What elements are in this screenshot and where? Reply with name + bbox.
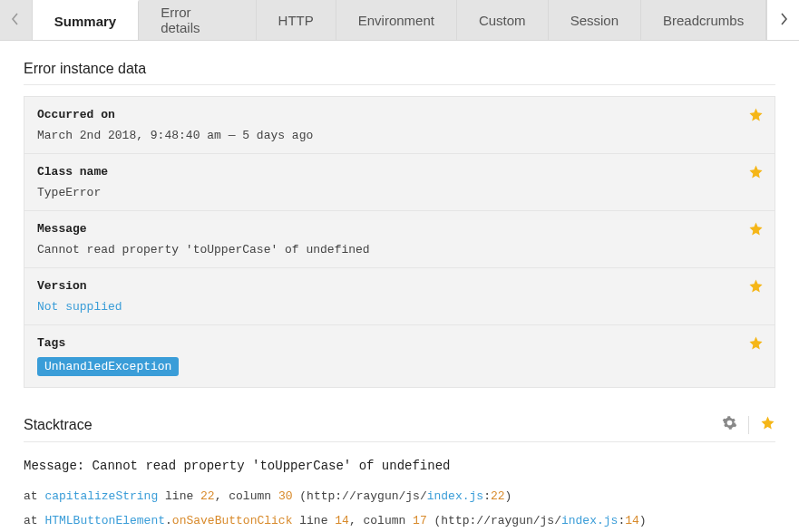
chevron-right-icon <box>779 13 788 28</box>
data-label: Occurred on <box>37 108 762 121</box>
error-data-panels: Occurred on March 2nd 2018, 9:48:40 am —… <box>24 96 775 388</box>
tab-error-details[interactable]: Error details <box>139 0 256 40</box>
star-icon[interactable] <box>748 164 764 182</box>
version-value-link[interactable]: Not supplied <box>37 300 762 314</box>
section-title: Stacktrace <box>24 417 93 433</box>
stacktrace-actions <box>722 415 775 434</box>
tab-label: HTTP <box>278 13 314 28</box>
gear-icon[interactable] <box>722 415 737 434</box>
data-label: Message <box>37 222 762 236</box>
tag-pill[interactable]: UnhandledException <box>37 357 179 376</box>
trace-col-num: 17 <box>413 514 427 527</box>
star-icon[interactable] <box>760 415 775 434</box>
panel-occurred-on: Occurred on March 2nd 2018, 9:48:40 am —… <box>24 96 775 154</box>
tab-session[interactable]: Session <box>549 0 641 40</box>
tab-label: Error details <box>161 5 233 35</box>
star-icon[interactable] <box>748 221 764 239</box>
data-value: TypeError <box>37 186 762 199</box>
panel-tags: Tags UnhandledException <box>24 325 775 388</box>
stacktrace-frame: at capitalizeString line 22, column 30 (… <box>24 489 775 503</box>
stacktrace-frame: at HTMLButtonElement.onSaveButtonClick l… <box>24 514 775 527</box>
panel-version: Version Not supplied <box>24 268 775 325</box>
panel-class-name: Class name TypeError <box>24 154 775 211</box>
trace-file: index.js <box>561 514 618 527</box>
panel-message: Message Cannot read property 'toUpperCas… <box>24 211 775 268</box>
star-icon[interactable] <box>748 278 764 296</box>
tab-label: Custom <box>479 13 526 28</box>
data-label: Class name <box>37 165 762 179</box>
data-value: Cannot read property 'toUpperCase' of un… <box>37 243 762 256</box>
content: Error instance data Occurred on March 2n… <box>0 41 799 532</box>
trace-function: capitalizeString <box>44 489 158 503</box>
tab-label: Environment <box>358 13 434 28</box>
stacktrace-heading: Stacktrace <box>24 415 775 442</box>
data-label: Tags <box>37 336 762 350</box>
stacktrace-message: Message: Cannot read property 'toUpperCa… <box>24 459 775 473</box>
section-title: Error instance data <box>24 61 146 77</box>
tab-scroll-right-button[interactable] <box>766 0 799 40</box>
error-instance-heading: Error instance data <box>24 61 775 85</box>
star-icon[interactable] <box>748 107 764 125</box>
trace-class: HTMLButtonElement <box>44 514 165 527</box>
tab-summary[interactable]: Summary <box>33 0 139 40</box>
data-label: Version <box>37 279 762 293</box>
tab-http[interactable]: HTTP <box>257 0 336 40</box>
trace-line-num: 22 <box>200 489 215 503</box>
trace-col-num: 30 <box>278 489 293 503</box>
divider <box>748 416 749 434</box>
tab-custom[interactable]: Custom <box>457 0 549 40</box>
tab-label: Breadcrumbs <box>663 13 744 28</box>
tags-container: UnhandledException <box>37 357 762 376</box>
trace-event: onSaveButtonClick <box>172 514 293 527</box>
tab-environment[interactable]: Environment <box>336 0 457 40</box>
chevron-left-icon <box>11 13 20 28</box>
trace-line-num: 14 <box>335 514 349 527</box>
trace-file: index.js <box>427 489 483 503</box>
star-icon[interactable] <box>748 335 764 353</box>
tab-scroll-left-button[interactable] <box>0 0 33 40</box>
tab-breadcrumbs[interactable]: Breadcrumbs <box>641 0 766 40</box>
tab-bar: Summary Error details HTTP Environment C… <box>0 0 799 41</box>
data-value: March 2nd 2018, 9:48:40 am — 5 days ago <box>37 129 762 142</box>
tab-label: Session <box>570 13 619 28</box>
tab-label: Summary <box>54 14 116 29</box>
